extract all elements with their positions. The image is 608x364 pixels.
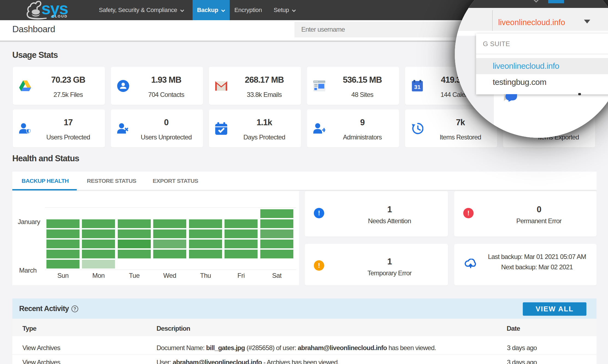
svg-text:31: 31: [414, 83, 421, 90]
svg-text:CLOUD: CLOUD: [52, 14, 68, 18]
svg-text:?: ?: [73, 307, 76, 311]
